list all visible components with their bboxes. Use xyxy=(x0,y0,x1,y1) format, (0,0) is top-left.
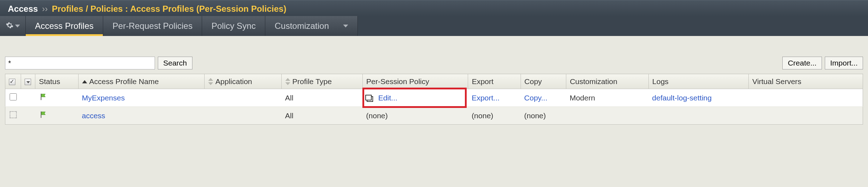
breadcrumb: Access ›› Profiles / Policies : Access P… xyxy=(0,0,868,16)
tab-label: Policy Sync xyxy=(211,21,256,31)
row-checkbox[interactable] xyxy=(10,93,17,100)
popup-icon xyxy=(366,95,372,101)
edit-policy-link[interactable]: Edit... xyxy=(378,94,397,102)
logs-link[interactable]: default-log-setting xyxy=(652,94,712,102)
sort-icon xyxy=(285,78,290,85)
sort-icon xyxy=(208,78,213,85)
cell-customization: Modern xyxy=(570,94,595,102)
column-per-session[interactable]: Per-Session Policy xyxy=(362,74,468,89)
column-profile-type[interactable]: Profile Type xyxy=(281,74,362,89)
breadcrumb-separator: ›› xyxy=(42,4,48,14)
column-virtual-servers[interactable]: Virtual Servers xyxy=(749,74,863,89)
access-profiles-table: Status Access Profile Name Application P… xyxy=(5,74,863,125)
gear-icon xyxy=(6,21,14,31)
flag-icon xyxy=(39,94,47,103)
cell-per-session: (none) xyxy=(366,111,388,120)
tab-customization[interactable]: Customization xyxy=(265,16,358,36)
column-application[interactable]: Application xyxy=(205,74,281,89)
cell-copy: (none) xyxy=(524,111,546,120)
cell-profile-type: All xyxy=(285,94,293,102)
profile-name-link[interactable]: MyExpenses xyxy=(82,94,125,102)
tab-policy-sync[interactable]: Policy Sync xyxy=(202,16,265,36)
row-checkbox-disabled xyxy=(10,111,17,118)
cell-export: (none) xyxy=(472,111,493,120)
import-button[interactable]: Import... xyxy=(825,57,863,69)
table-row: access All (none) (none) (none) xyxy=(5,107,863,125)
create-button[interactable]: Create... xyxy=(782,57,822,69)
tab-per-request-policies[interactable]: Per-Request Policies xyxy=(103,16,202,36)
table-row: MyExpenses All Edit... Export... Copy...… xyxy=(5,89,863,107)
cell-profile-type: All xyxy=(285,111,293,120)
chevron-down-icon xyxy=(15,25,20,27)
tab-label: Customization xyxy=(275,21,329,31)
checkbox-icon xyxy=(9,79,15,85)
column-select-all[interactable] xyxy=(5,74,21,89)
column-export[interactable]: Export xyxy=(468,74,521,89)
column-logs[interactable]: Logs xyxy=(648,74,748,89)
column-name[interactable]: Access Profile Name xyxy=(78,74,205,89)
breadcrumb-root[interactable]: Access xyxy=(8,4,38,14)
tabs-bar: Access Profiles Per-Request Policies Pol… xyxy=(0,16,868,36)
tab-access-profiles[interactable]: Access Profiles xyxy=(26,16,103,36)
filter-row: Search Create... Import... xyxy=(5,57,863,69)
column-status-filter[interactable] xyxy=(21,74,35,89)
tab-label: Access Profiles xyxy=(35,21,94,31)
search-input[interactable] xyxy=(5,57,155,69)
export-link[interactable]: Export... xyxy=(472,94,500,102)
flag-icon xyxy=(39,112,47,120)
dropdown-icon xyxy=(25,79,31,85)
column-copy[interactable]: Copy xyxy=(521,74,566,89)
column-status[interactable]: Status xyxy=(35,74,79,89)
table-header-row: Status Access Profile Name Application P… xyxy=(5,74,863,89)
tab-label: Per-Request Policies xyxy=(112,21,192,31)
search-button[interactable]: Search xyxy=(158,57,192,69)
chevron-down-icon xyxy=(343,25,348,27)
content-area: Search Create... Import... Status Access… xyxy=(0,36,868,125)
copy-link[interactable]: Copy... xyxy=(524,94,547,102)
column-customization[interactable]: Customization xyxy=(566,74,648,89)
breadcrumb-path: Profiles / Policies : Access Profiles (P… xyxy=(52,4,286,14)
profile-name-link[interactable]: access xyxy=(82,111,105,120)
settings-menu-button[interactable] xyxy=(0,16,26,36)
sort-asc-icon xyxy=(82,80,87,83)
